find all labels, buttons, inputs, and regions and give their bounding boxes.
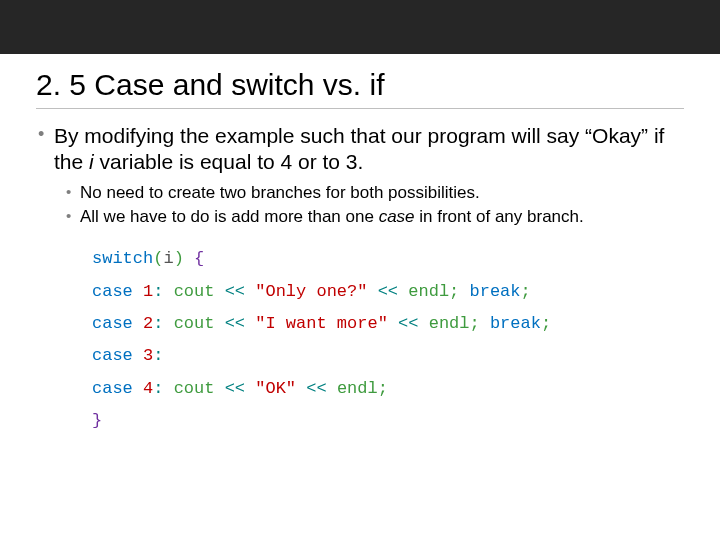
sub-bullet-list: No need to create two branches for both … (64, 182, 684, 230)
code-token: case (92, 346, 133, 365)
code-token: case (92, 314, 133, 333)
code-token: ( (153, 249, 163, 268)
code-line: case 3: (92, 340, 684, 372)
code-token (388, 314, 398, 333)
code-token (245, 379, 255, 398)
code-token (398, 282, 408, 301)
code-line: case 2: cout << "I want more" << endl; b… (92, 308, 684, 340)
code-token (214, 379, 224, 398)
code-token: << (306, 379, 326, 398)
code-token: endl (429, 314, 470, 333)
code-token: 1 (143, 282, 153, 301)
code-token (367, 282, 377, 301)
code-token (480, 314, 490, 333)
bullet-list: By modifying the example such that our p… (36, 123, 684, 176)
code-token: << (225, 379, 245, 398)
code-token: "I want more" (255, 314, 388, 333)
code-token: endl (408, 282, 449, 301)
code-token: : (153, 346, 163, 365)
sub-bullet-text-em: case (379, 207, 415, 226)
code-token (184, 249, 194, 268)
code-token: << (378, 282, 398, 301)
code-block: switch(i) {case 1: cout << "Only one?" <… (92, 243, 684, 437)
code-token: << (225, 314, 245, 333)
code-line: case 1: cout << "Only one?" << endl; bre… (92, 276, 684, 308)
code-token: break (470, 282, 521, 301)
code-line: case 4: cout << "OK" << endl; (92, 373, 684, 405)
code-token: 2 (143, 314, 153, 333)
code-token: cout (174, 379, 215, 398)
bullet-text-post: variable is equal to 4 or to 3. (94, 150, 364, 173)
code-token (163, 282, 173, 301)
code-token: 3 (143, 346, 153, 365)
sub-bullet-item: All we have to do is add more than one c… (64, 206, 684, 229)
sub-bullet-item: No need to create two branches for both … (64, 182, 684, 205)
code-token (133, 314, 143, 333)
code-token (245, 282, 255, 301)
code-token: << (398, 314, 418, 333)
code-token (459, 282, 469, 301)
code-token (133, 282, 143, 301)
code-token: : (153, 379, 163, 398)
code-token: ; (521, 282, 531, 301)
code-token: } (92, 411, 102, 430)
code-line: } (92, 405, 684, 437)
code-token: endl (337, 379, 378, 398)
code-token: ; (449, 282, 459, 301)
code-token: ; (541, 314, 551, 333)
bullet-item: By modifying the example such that our p… (36, 123, 684, 176)
code-token (133, 379, 143, 398)
code-token: case (92, 379, 133, 398)
code-token: { (194, 249, 204, 268)
code-token: ; (470, 314, 480, 333)
sub-bullet-text-post: in front of any branch. (415, 207, 584, 226)
code-token (133, 346, 143, 365)
code-token (163, 314, 173, 333)
code-token: << (225, 282, 245, 301)
code-token: cout (174, 282, 215, 301)
code-token: 4 (143, 379, 153, 398)
code-token: cout (174, 314, 215, 333)
code-token: break (490, 314, 541, 333)
code-line: switch(i) { (92, 243, 684, 275)
code-token: : (153, 314, 163, 333)
sub-bullet-text-pre: All we have to do is add more than one (80, 207, 379, 226)
slide-title: 2. 5 Case and switch vs. if (36, 68, 684, 109)
code-token: case (92, 282, 133, 301)
code-token: i (163, 249, 173, 268)
code-token (163, 379, 173, 398)
slide-content: 2. 5 Case and switch vs. if By modifying… (0, 68, 720, 437)
code-token: switch (92, 249, 153, 268)
code-token: "Only one?" (255, 282, 367, 301)
code-token (296, 379, 306, 398)
code-token: ; (378, 379, 388, 398)
code-token (245, 314, 255, 333)
slide-top-bar (0, 0, 720, 54)
code-token (418, 314, 428, 333)
code-token (327, 379, 337, 398)
code-token: "OK" (255, 379, 296, 398)
code-token: : (153, 282, 163, 301)
code-token: ) (174, 249, 184, 268)
code-token (214, 282, 224, 301)
code-token (214, 314, 224, 333)
